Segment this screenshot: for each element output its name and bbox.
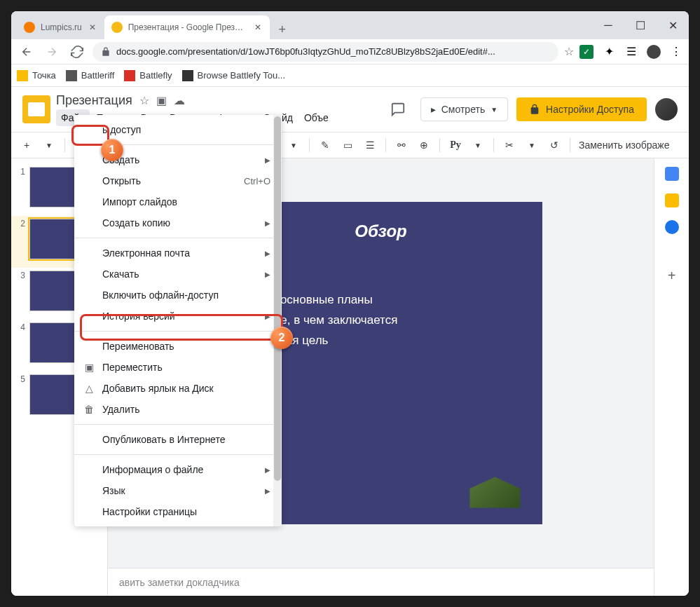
new-tab-button[interactable]: + <box>273 20 292 39</box>
menu-rename[interactable]: Переименовать <box>74 336 282 357</box>
menu-offline[interactable]: Включить офлайн-доступ <box>74 285 282 306</box>
calendar-icon[interactable] <box>665 167 679 181</box>
slides-logo-icon[interactable] <box>22 95 50 123</box>
bookmark-icon <box>66 70 77 81</box>
keep-icon[interactable] <box>665 193 679 207</box>
browser-menu-icon[interactable]: ⋮ <box>669 45 683 59</box>
tab-title: Lumpics.ru <box>41 22 82 32</box>
chevron-down-icon[interactable]: ▼ <box>522 135 542 155</box>
ext-avatar-icon[interactable] <box>647 45 661 59</box>
tasks-icon[interactable] <box>665 220 679 234</box>
back-button[interactable] <box>17 42 36 62</box>
file-menu-dropdown: ь доступ Создать▶ ОткрытьCtrl+O Импорт с… <box>74 115 282 526</box>
menu-import[interactable]: Импорт слайдов <box>74 191 282 212</box>
star-icon[interactable]: ☆ <box>564 45 574 58</box>
star-icon[interactable]: ☆ <box>139 94 149 107</box>
slide-body[interactable]: ишите основные планы ъясните, в чем закл… <box>242 290 520 351</box>
document-title[interactable]: Презентация <box>56 93 132 108</box>
menu-delete[interactable]: 🗑Удалить <box>74 399 282 420</box>
lock-icon <box>101 47 111 57</box>
replace-image-button[interactable]: Заменить изображе <box>576 139 672 151</box>
chevron-right-icon: ▶ <box>265 156 270 164</box>
menu-info[interactable]: Информация о файле▶ <box>74 459 282 480</box>
close-window-button[interactable]: ✕ <box>657 11 689 39</box>
chevron-right-icon: ▶ <box>265 219 270 227</box>
address-bar: docs.google.com/presentation/d/1owJT6bp0… <box>11 39 689 64</box>
chevron-down-icon[interactable]: ▼ <box>39 135 59 155</box>
move-icon[interactable]: ▣ <box>156 94 167 107</box>
chevron-right-icon: ▶ <box>265 250 270 257</box>
extension-icons: ✓ ✦ ☰ ⋮ <box>579 45 683 59</box>
menu-move[interactable]: ▣Переместить <box>74 357 282 378</box>
cloud-icon[interactable]: ☁ <box>174 94 185 107</box>
share-button[interactable]: Настройки Доступа <box>516 97 647 121</box>
chevron-down-icon[interactable]: ▼ <box>284 135 303 155</box>
trash-icon: 🗑 <box>83 403 95 416</box>
menu-page[interactable]: Настройки страницы <box>74 501 282 522</box>
minimize-button[interactable]: ─ <box>592 11 624 39</box>
browser-tab-2[interactable]: Презентация - Google Презент ✕ <box>104 15 270 39</box>
menu-shortcut[interactable]: △Добавить ярлык на Диск <box>74 378 282 399</box>
slide-title[interactable]: Обзор <box>242 221 520 241</box>
drive-icon: △ <box>83 382 95 395</box>
side-panel: + <box>654 158 689 596</box>
chevron-down-icon[interactable]: ▼ <box>468 135 488 155</box>
forward-button[interactable] <box>42 42 62 62</box>
tab-close-icon[interactable]: ✕ <box>88 22 97 32</box>
menu-lang[interactable]: Язык▶ <box>74 480 282 501</box>
menu-publish[interactable]: Опубликовать в Интернете <box>74 429 282 450</box>
add-icon[interactable]: + <box>668 268 676 284</box>
menu-object[interactable]: Объе <box>299 109 334 126</box>
favicon-icon <box>24 22 35 33</box>
menu-email[interactable]: Электронная почта▶ <box>74 243 282 264</box>
chevron-right-icon: ▶ <box>265 271 270 278</box>
slide-image[interactable] <box>464 473 527 512</box>
py-icon[interactable]: Py <box>446 135 465 155</box>
folder-icon: ▣ <box>83 361 95 374</box>
new-slide-button[interactable]: + <box>17 135 36 155</box>
ext-puzzle-icon[interactable]: ✦ <box>602 45 616 59</box>
border-icon[interactable]: ▭ <box>338 135 357 155</box>
lock-icon <box>529 104 540 115</box>
url-text: docs.google.com/presentation/d/1owJT6bp0… <box>116 46 495 57</box>
bookmarks-bar: Точка Battleriff Battlefly Browse Battle… <box>11 64 689 87</box>
chevron-right-icon: ▶ <box>265 466 270 474</box>
menu-copy[interactable]: Создать копию▶ <box>74 212 282 233</box>
tab-close-icon[interactable]: ✕ <box>253 22 263 32</box>
url-input[interactable]: docs.google.com/presentation/d/1owJT6bp0… <box>92 42 558 62</box>
comments-button[interactable] <box>384 95 412 123</box>
menu-share[interactable]: ь доступ <box>74 119 282 140</box>
bookmark-icon <box>182 70 193 81</box>
reset-icon[interactable]: ↺ <box>544 135 564 155</box>
ext-check-icon[interactable]: ✓ <box>579 45 593 59</box>
chevron-down-icon: ▼ <box>490 106 497 114</box>
maximize-button[interactable]: ☐ <box>624 11 657 39</box>
bookmark-icon <box>124 70 135 81</box>
speaker-notes[interactable]: авить заметки докладчика <box>108 568 654 596</box>
bookmark-1[interactable]: Точка <box>17 70 56 81</box>
link-icon[interactable]: ⚯ <box>392 135 411 155</box>
crop-icon[interactable]: ✂ <box>500 135 519 155</box>
menu-create[interactable]: Создать▶ <box>74 149 282 170</box>
menu-open[interactable]: ОткрытьCtrl+O <box>74 170 282 191</box>
ext-list-icon[interactable]: ☰ <box>624 45 638 59</box>
bookmark-icon <box>17 70 28 81</box>
bookmark-3[interactable]: Battlefly <box>124 70 172 81</box>
slides-app: Презентация ☆ ▣ ☁ Файл Правка Вид Вставк… <box>11 87 689 596</box>
user-avatar[interactable] <box>655 98 678 121</box>
border-weight-icon[interactable]: ☰ <box>360 135 380 155</box>
browser-window: Lumpics.ru ✕ Презентация - Google Презен… <box>11 11 689 596</box>
tab-title: Презентация - Google Презент <box>128 22 247 32</box>
browser-titlebar: Lumpics.ru ✕ Презентация - Google Презен… <box>11 11 689 39</box>
bookmark-4[interactable]: Browse Battlefy Tou... <box>182 70 286 81</box>
present-button[interactable]: ▸ Смотреть ▼ <box>420 97 508 121</box>
pen-icon[interactable]: ✎ <box>315 135 335 155</box>
chevron-right-icon: ▶ <box>265 313 270 320</box>
reload-button[interactable] <box>67 42 87 62</box>
menu-history[interactable]: История версий▶ <box>74 306 282 327</box>
chevron-right-icon: ▶ <box>265 487 270 495</box>
menu-download[interactable]: Скачать▶ <box>74 264 282 285</box>
browser-tab-1[interactable]: Lumpics.ru ✕ <box>17 15 104 39</box>
bookmark-2[interactable]: Battleriff <box>66 70 114 81</box>
comment-icon[interactable]: ⊕ <box>414 135 434 155</box>
